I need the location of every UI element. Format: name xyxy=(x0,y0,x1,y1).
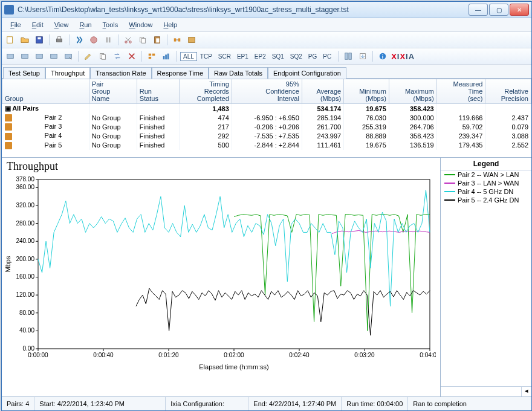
tab-raw-data-totals[interactable]: Raw Data Totals xyxy=(209,67,268,79)
svg-rect-30 xyxy=(167,54,169,60)
endpoint-review-icon[interactable] xyxy=(62,50,74,62)
legend-title: Legend xyxy=(441,158,531,170)
legend-item[interactable]: Pair 2 -- WAN > LAN xyxy=(441,170,531,179)
delete-pair-icon[interactable] xyxy=(126,50,138,62)
col-header[interactable]: PairGroupName xyxy=(89,79,137,104)
statusbar: Pairs: 4 Start: 4/22/2014, 1:23:40 PM Ix… xyxy=(2,396,531,410)
menu-run[interactable]: Run xyxy=(74,20,96,30)
swap-icon[interactable] xyxy=(111,50,123,62)
filter-ep2[interactable]: EP2 xyxy=(251,52,269,61)
pairs-icon[interactable] xyxy=(171,34,183,46)
menu-window[interactable]: Window xyxy=(124,20,157,30)
tab-response-time[interactable]: Response Time xyxy=(152,67,209,79)
filter-pg[interactable]: PG xyxy=(305,52,320,61)
tab-throughput[interactable]: Throughput xyxy=(45,67,90,79)
window-title: C:\Users\Tim\Desktop\wlan_tests\linksys_… xyxy=(18,5,469,14)
svg-rect-32 xyxy=(349,53,351,60)
group-icon[interactable] xyxy=(146,50,158,62)
copy-icon[interactable] xyxy=(137,34,149,46)
info-icon[interactable]: i xyxy=(377,50,389,62)
close-button[interactable]: ✕ xyxy=(510,4,529,16)
filter-ep1[interactable]: EP1 xyxy=(234,52,251,61)
filter-tcp[interactable]: TCP xyxy=(197,52,215,61)
col-header[interactable]: Average(Mbps) xyxy=(302,79,343,104)
svg-rect-11 xyxy=(141,38,145,43)
svg-point-5 xyxy=(91,37,97,44)
col-header[interactable]: TimingRecordsCompleted xyxy=(180,79,232,104)
status-start: Start: 4/22/2014, 1:23:40 PM xyxy=(34,397,166,410)
col-header[interactable]: MeasuredTime(sec) xyxy=(436,79,485,104)
chart-icon[interactable] xyxy=(160,50,172,62)
filter-scr[interactable]: SCR xyxy=(215,52,234,61)
svg-rect-13 xyxy=(156,38,159,42)
tab-test-setup[interactable]: Test Setup xyxy=(3,67,45,79)
filter-sq1[interactable]: SQ1 xyxy=(269,52,287,61)
svg-rect-28 xyxy=(163,56,165,59)
run-icon[interactable] xyxy=(73,34,85,46)
layout-icon[interactable] xyxy=(342,50,354,62)
svg-text:360.00: 360.00 xyxy=(16,184,34,190)
pause-icon[interactable] xyxy=(102,34,114,46)
status-ran: Ran to completion xyxy=(408,397,472,410)
copy-pair-icon[interactable] xyxy=(97,50,109,62)
col-header[interactable]: 95%ConfidenceInterval xyxy=(232,79,302,104)
menu-tools[interactable]: Tools xyxy=(98,20,123,30)
config-icon[interactable] xyxy=(186,34,198,46)
endpoint-icon[interactable] xyxy=(4,50,16,62)
col-header[interactable]: RunStatus xyxy=(137,79,179,104)
legend-item[interactable]: Pair 3 -- LAN > WAN xyxy=(441,179,531,187)
svg-text:280.00: 280.00 xyxy=(16,220,34,227)
open-icon[interactable] xyxy=(19,34,31,46)
menu-view[interactable]: View xyxy=(50,20,74,30)
export-icon[interactable] xyxy=(357,50,369,62)
chart-area[interactable]: Throughput 0.0040.0080.00120.00160.00200… xyxy=(2,158,440,396)
status-config: Ixia Configuration: xyxy=(166,397,248,410)
svg-text:Elapsed time (h:mm:ss): Elapsed time (h:mm:ss) xyxy=(199,363,269,371)
legend-item[interactable]: Pair 4 -- 5 GHz DN xyxy=(441,187,531,196)
col-header[interactable]: Minimum(Mbps) xyxy=(344,79,389,104)
svg-text:0:03:20: 0:03:20 xyxy=(354,352,375,358)
brand-logo: XIXIAIXIA xyxy=(391,52,415,61)
endpoint-icon-3[interactable] xyxy=(33,50,45,62)
menubar: FileEditViewRunToolsWindowHelp xyxy=(2,18,531,32)
col-header[interactable]: Group xyxy=(2,79,89,104)
legend-item[interactable]: Pair 5 -- 2.4 GHz DN xyxy=(441,196,531,204)
filter-all[interactable]: ALL xyxy=(180,52,197,61)
results-table-pane[interactable]: GroupPairGroupNameRunStatusTimingRecords… xyxy=(2,79,531,158)
endpoint-icon-4[interactable] xyxy=(48,50,60,62)
print-icon[interactable] xyxy=(53,34,65,46)
menu-help[interactable]: Help xyxy=(158,20,182,30)
cut-icon[interactable] xyxy=(122,34,134,46)
table-row[interactable]: Pair 5No GroupFinished500-2.844 : +2.844… xyxy=(2,141,531,150)
filter-sq2[interactable]: SQ2 xyxy=(287,52,305,61)
stop-icon[interactable] xyxy=(88,34,100,46)
col-header[interactable]: Maximum(Mbps) xyxy=(389,79,436,104)
save-icon[interactable] xyxy=(33,34,45,46)
col-header[interactable]: RelativePrecision xyxy=(485,79,531,104)
filter-pc[interactable]: PC xyxy=(320,52,334,61)
svg-rect-19 xyxy=(22,54,28,59)
endpoint-icon-2[interactable] xyxy=(19,50,31,62)
table-row[interactable]: Pair 2No GroupFinished474-6.950 : +6.950… xyxy=(2,113,531,122)
tab-endpoint-configuration[interactable]: Endpoint Configuration xyxy=(268,67,346,79)
svg-text:0:04:00: 0:04:00 xyxy=(420,352,436,358)
titlebar[interactable]: C:\Users\Tim\Desktop\wlan_tests\linksys_… xyxy=(2,2,531,18)
svg-text:378.00: 378.00 xyxy=(16,176,34,183)
table-row[interactable]: Pair 4No GroupFinished292-7.535 : +7.535… xyxy=(2,131,531,140)
svg-text:0:01:20: 0:01:20 xyxy=(158,352,179,358)
app-icon xyxy=(4,5,14,15)
menu-file[interactable]: File xyxy=(5,20,26,30)
maximize-button[interactable]: ▢ xyxy=(489,4,508,16)
table-row-totals[interactable]: ▣ All Pairs1,483534.17419.675358.423 xyxy=(2,104,531,114)
paste-icon[interactable] xyxy=(151,34,163,46)
tab-transaction-rate[interactable]: Transaction Rate xyxy=(90,67,151,79)
scroll-left-icon[interactable]: ◂ xyxy=(521,387,531,396)
minimize-button[interactable]: — xyxy=(469,4,488,16)
table-row[interactable]: Pair 3No GroupFinished217-0.206 : +0.206… xyxy=(2,122,531,131)
svg-rect-2 xyxy=(37,37,41,40)
edit-pair-icon[interactable] xyxy=(82,50,94,62)
svg-text:320.00: 320.00 xyxy=(16,202,34,209)
menu-edit[interactable]: Edit xyxy=(27,20,48,30)
legend-pane[interactable]: Legend Pair 2 -- WAN > LANPair 3 -- LAN … xyxy=(440,158,531,396)
new-icon[interactable] xyxy=(4,34,16,46)
